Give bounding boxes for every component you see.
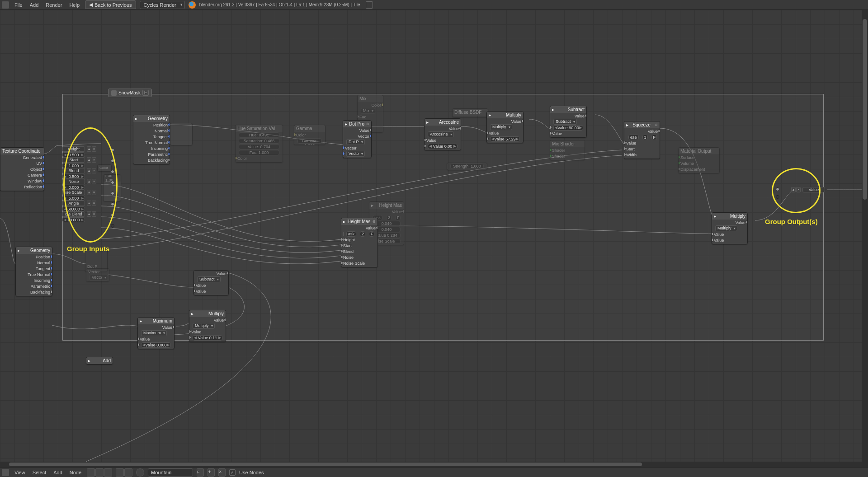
input-label[interactable]: Start xyxy=(62,157,85,163)
node-geometry-group[interactable]: ▸Geometry Position Normal Tangent True N… xyxy=(133,115,170,164)
material-name-field[interactable]: Mountain xyxy=(148,468,193,477)
editor-type-icon[interactable] xyxy=(2,1,9,9)
move-icon[interactable]: ▴ xyxy=(87,201,91,206)
input-value[interactable]: 10.000 xyxy=(62,217,85,222)
move-icon[interactable]: ▴ xyxy=(87,179,91,184)
node-dot-product[interactable]: ▸Dot Pro⊕ Value Vector Dot P Vector Vect… xyxy=(343,120,372,158)
remove-icon[interactable]: × xyxy=(92,201,96,206)
group-name[interactable]: SnowMask xyxy=(118,90,141,95)
node-material-output[interactable]: Material Output Surface Volume Displacem… xyxy=(678,147,720,173)
input-label[interactable]: gle Blend xyxy=(62,211,85,217)
node-strength[interactable]: Strength: 1.000 xyxy=(447,163,487,170)
fake-user-button-bottom[interactable]: F xyxy=(197,468,204,477)
node-icon[interactable] xyxy=(343,232,344,236)
object-shader-icon[interactable] xyxy=(116,468,124,477)
menu-help[interactable]: Help xyxy=(67,1,81,9)
menu-node[interactable]: Node xyxy=(68,469,83,476)
node-title: Mix Shader xyxy=(552,141,575,146)
world-shader-icon[interactable] xyxy=(124,468,132,477)
remove-material-icon[interactable]: × xyxy=(218,468,226,477)
node-subtract-out[interactable]: Value Subtract Value Value xyxy=(193,270,229,295)
node-hue-saturation[interactable]: Hue Saturation Val Hue: 0.491 Saturation… xyxy=(235,125,283,163)
output-label[interactable]: Value xyxy=(802,187,825,192)
move-icon[interactable]: ▴ xyxy=(87,157,91,163)
node-editor-canvas[interactable]: SnowMask F Texture Coordinate Gene xyxy=(0,10,868,467)
remove-icon[interactable]: × xyxy=(92,190,96,195)
group-output[interactable]: ▴ × Value xyxy=(789,186,825,199)
node-geometry-outer[interactable]: ▸Geometry Position Normal Tangent True N… xyxy=(15,247,52,296)
menu-view[interactable]: View xyxy=(13,469,27,476)
input-value[interactable]: 5.000 xyxy=(62,196,85,201)
input-label[interactable]: Blend xyxy=(62,168,85,173)
menu-render[interactable]: Render xyxy=(44,1,64,9)
editor-type-icon-bottom[interactable] xyxy=(2,469,9,476)
expand-icon[interactable] xyxy=(366,1,373,9)
input-value[interactable]: 60.000 xyxy=(62,206,85,211)
node-multiply-3[interactable]: ▸Multiply Value Multiply Value Value 0.1… xyxy=(189,310,226,342)
input-label[interactable]: ise Scale xyxy=(62,190,85,195)
add-output-socket[interactable] xyxy=(776,195,779,199)
input-socket[interactable] xyxy=(111,159,114,163)
fake-user-button[interactable]: F xyxy=(142,90,149,96)
group-title-bar[interactable]: SnowMask F xyxy=(108,89,152,97)
remove-icon[interactable]: × xyxy=(92,146,96,152)
material-slot-icon[interactable] xyxy=(136,468,144,477)
node-subtract-1[interactable]: ▸Subtract Value Subtract Value 90.00 Val… xyxy=(550,106,587,138)
node-diffuse[interactable]: Diffuse BSDF xyxy=(452,108,488,117)
out-uv: UV xyxy=(36,161,42,166)
node-texture-coordinate[interactable]: Texture Coordinate Generated UV Object C… xyxy=(0,147,44,191)
input-value[interactable]: 0.000 xyxy=(62,185,85,190)
input-value[interactable]: 0.500 xyxy=(62,152,85,157)
node-mix-shader[interactable]: Mix Shader Shader Shader xyxy=(550,140,585,160)
node-squeeze[interactable]: ▸Squeeze⊕ Value eze 3 F Value Start Widt… xyxy=(624,121,660,159)
remove-icon[interactable]: × xyxy=(92,179,96,184)
node-multiply-2[interactable]: ▸Multiply Value Multiply Value Value xyxy=(712,212,748,244)
compositor-tree-icon[interactable] xyxy=(95,468,104,477)
group-output-socket[interactable] xyxy=(776,187,779,191)
move-icon[interactable]: ▴ xyxy=(87,190,91,195)
input-label[interactable]: Height xyxy=(62,146,85,152)
input-value[interactable]: 1.000 xyxy=(62,163,85,168)
input-socket[interactable] xyxy=(111,192,114,195)
move-icon[interactable]: ▴ xyxy=(87,146,91,152)
move-icon[interactable]: ▴ xyxy=(87,211,91,217)
input-socket[interactable] xyxy=(111,170,114,173)
remove-icon[interactable]: × xyxy=(92,157,96,163)
shader-tree-icon[interactable] xyxy=(87,468,95,477)
node-vector-dd[interactable]: Vector Vecto xyxy=(86,268,109,282)
input-socket[interactable] xyxy=(111,202,114,206)
move-icon[interactable]: ▴ xyxy=(87,168,91,173)
render-engine-dropdown[interactable]: Cycles Render xyxy=(140,1,185,9)
vertical-scrollbar[interactable] xyxy=(862,10,868,467)
move-up-icon[interactable]: ▴ xyxy=(791,187,796,192)
input-socket[interactable] xyxy=(111,213,114,217)
use-nodes-checkbox[interactable]: ✓ xyxy=(229,469,236,476)
node-add-bottom[interactable]: ▸Add xyxy=(86,357,113,365)
menu-select[interactable]: Select xyxy=(31,469,48,476)
node-arccosine[interactable]: ▸Arccosine Value Arccosine Value Value 0… xyxy=(424,118,461,150)
input-label[interactable]: Noise xyxy=(62,179,85,184)
back-to-previous-button[interactable]: ◀ Back to Previous xyxy=(85,0,136,9)
scrollbar-thumb[interactable] xyxy=(863,19,867,200)
add-material-icon[interactable]: + xyxy=(208,468,215,477)
remove-icon[interactable]: × xyxy=(92,211,96,217)
menu-add[interactable]: Add xyxy=(52,469,64,476)
add-input-socket[interactable] xyxy=(111,224,114,228)
remove-icon[interactable]: × xyxy=(796,187,801,192)
node-maximum[interactable]: ▸Maximum Value Maximum Value Value 0.000 xyxy=(137,317,175,349)
input-socket[interactable] xyxy=(111,148,114,152)
menu-file[interactable]: File xyxy=(13,1,24,9)
input-socket[interactable] xyxy=(111,181,114,184)
input-label[interactable]: Angle xyxy=(62,201,85,206)
input-value[interactable]: 0.500 xyxy=(62,174,85,179)
group-inputs-column[interactable]: Height▴×0.500Start▴×1.000Blend▴×0.500Noi… xyxy=(62,146,96,228)
remove-icon[interactable]: × xyxy=(92,168,96,173)
node-gamma[interactable]: Gamma Color Gamma: 1.000 xyxy=(294,125,326,145)
node-multiply-1[interactable]: ▸Multiply Value Multiply Value Value 57.… xyxy=(486,111,524,143)
horizontal-scrollbar[interactable] xyxy=(0,462,862,467)
menu-add-top[interactable]: Add xyxy=(28,1,41,9)
texture-tree-icon[interactable] xyxy=(104,468,112,477)
node-height-mask[interactable]: ▸Height Mas⊕ Value ask 2 F Height Start … xyxy=(341,218,378,267)
pin-icon[interactable] xyxy=(111,90,117,96)
scrollbar-thumb[interactable] xyxy=(9,463,642,466)
